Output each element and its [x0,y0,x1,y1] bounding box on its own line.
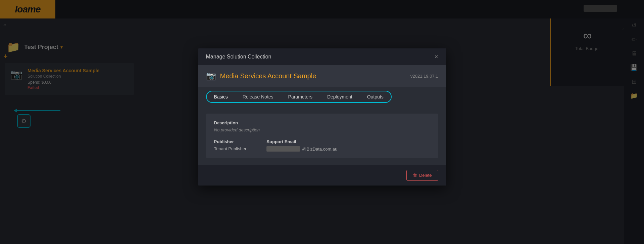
modal-header: Manage Solution Collection × [198,48,446,65]
support-email-field: Support Email @BizData.com.au [266,139,337,152]
modal-version: v2021.19.07.1 [410,74,438,79]
publisher-value: Tenant Publisher [214,146,247,151]
delete-icon: 🗑 [413,173,417,178]
modal: Manage Solution Collection × 📷 Media Ser… [198,48,446,186]
modal-solution-left: 📷 Media Services Account Sample [206,71,316,81]
info-section: Description No provided description Publ… [206,114,438,158]
tab-parameters[interactable]: Parameters [281,91,320,102]
publisher-field: Publisher Tenant Publisher [214,139,247,152]
modal-body: Description No provided description Publ… [198,107,446,165]
modal-title: Manage Solution Collection [206,54,271,60]
modal-solution-header: 📷 Media Services Account Sample v2021.19… [198,65,446,87]
description-value: No provided description [214,127,430,132]
modal-footer: 🗑 Delete [198,165,446,186]
modal-overlay: Manage Solution Collection × 📷 Media Ser… [0,0,644,244]
description-label: Description [214,120,430,125]
tab-release-notes[interactable]: Release Notes [235,91,281,102]
tab-outputs[interactable]: Outputs [360,91,391,102]
modal-solution-icon: 📷 [206,71,216,81]
delete-label: Delete [419,173,432,178]
email-domain: @BizData.com.au [302,147,337,152]
modal-tabs: Basics Release Notes Parameters Deployme… [198,87,446,107]
fields-row: Publisher Tenant Publisher Support Email… [214,139,430,152]
modal-solution-name: Media Services Account Sample [220,72,316,80]
tab-basics[interactable]: Basics [207,91,235,102]
email-redacted [266,146,300,152]
tab-container: Basics Release Notes Parameters Deployme… [206,91,392,103]
modal-close-button[interactable]: × [435,54,438,60]
support-email-label: Support Email [266,139,337,144]
tab-deployment[interactable]: Deployment [320,91,360,102]
publisher-label: Publisher [214,139,247,144]
email-field: @BizData.com.au [266,146,337,152]
delete-button[interactable]: 🗑 Delete [406,170,438,181]
